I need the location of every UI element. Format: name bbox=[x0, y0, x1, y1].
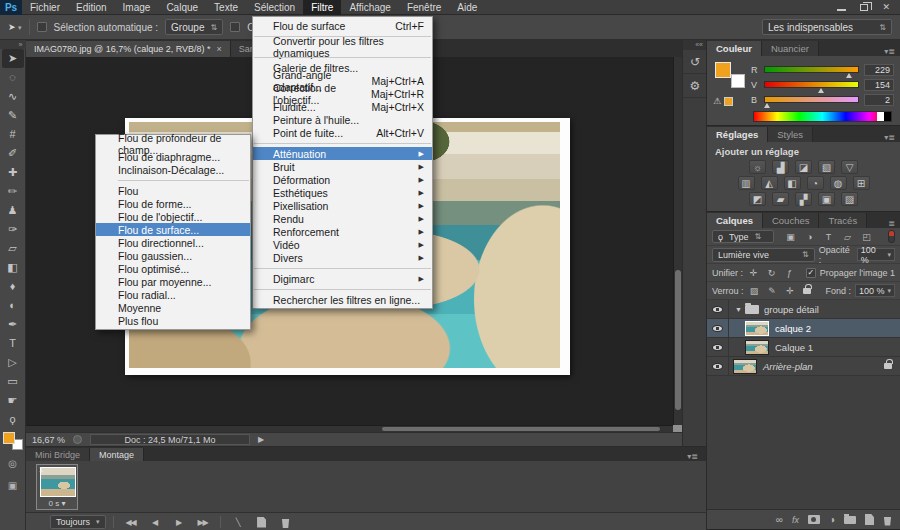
layer-visibility-toggle[interactable] bbox=[707, 319, 729, 337]
path-selection-tool[interactable]: ▷ bbox=[2, 353, 24, 372]
dock-tab[interactable]: Montage bbox=[90, 448, 144, 461]
pen-tool[interactable]: ✒ bbox=[2, 315, 24, 334]
restore-button[interactable] bbox=[860, 4, 868, 11]
menu-item[interactable]: Flou de surface Ctrl+F ▶ bbox=[253, 19, 432, 32]
add-mask-icon[interactable] bbox=[808, 515, 820, 524]
vertical-scrollbar-thumb[interactable] bbox=[675, 270, 681, 410]
menu-item[interactable]: Renforcement ▶ bbox=[253, 225, 432, 238]
menu-item[interactable]: Flou de surface... ▶ bbox=[96, 223, 250, 236]
adjustment-icon[interactable]: ▣ bbox=[818, 192, 835, 206]
lock-all-icon[interactable] bbox=[801, 286, 814, 296]
menu-root-item[interactable]: Calque bbox=[158, 0, 206, 15]
layer-visibility-toggle[interactable] bbox=[707, 357, 729, 375]
channel-slider[interactable] bbox=[764, 81, 859, 88]
background-color-swatch[interactable] bbox=[731, 74, 745, 88]
menu-item[interactable]: Digimarc ▶ bbox=[253, 272, 432, 285]
menu-item[interactable]: ▶ bbox=[96, 176, 250, 184]
next-frame-button[interactable]: ▶▶ bbox=[193, 515, 213, 530]
adjustment-icon[interactable]: ◭ bbox=[761, 176, 778, 190]
menu-item[interactable]: Rechercher les filtres en ligne... ▶ bbox=[253, 293, 432, 306]
zoom-level-field[interactable]: 16,67 % bbox=[32, 435, 65, 445]
delete-layer-icon[interactable] bbox=[883, 517, 892, 526]
layer-visibility-toggle[interactable] bbox=[707, 300, 729, 318]
menu-item[interactable]: Flou gaussien... ▶ bbox=[96, 249, 250, 262]
menu-item[interactable]: Flou directionnel... ▶ bbox=[96, 236, 250, 249]
foreground-color-swatch[interactable] bbox=[3, 432, 15, 444]
adjustment-icon[interactable]: ▟ bbox=[772, 160, 789, 174]
unify-position-icon[interactable]: ✛ bbox=[747, 268, 760, 278]
filter-shape-layers-icon[interactable]: ▱ bbox=[841, 232, 854, 242]
collapse-toolbar-button[interactable]: » bbox=[0, 40, 26, 49]
slider-thumb-icon[interactable] bbox=[846, 73, 852, 78]
channel-value-field[interactable]: 229 bbox=[864, 64, 894, 76]
menu-item[interactable]: Flou radial... ▶ bbox=[96, 288, 250, 301]
menu-item[interactable]: Flou ▶ bbox=[96, 184, 250, 197]
menu-item[interactable]: Plus flou ▶ bbox=[96, 314, 250, 327]
menu-item[interactable]: ▶ bbox=[253, 264, 432, 272]
dodge-tool[interactable]: ◐ bbox=[2, 296, 24, 315]
filter-type-layers-icon[interactable]: T bbox=[822, 232, 835, 242]
move-tool[interactable]: ➤ bbox=[2, 49, 24, 68]
crop-tool[interactable]: # bbox=[2, 125, 24, 144]
screen-mode-button[interactable]: ▣ bbox=[2, 476, 24, 494]
lock-transparency-icon[interactable]: ▨ bbox=[748, 286, 761, 296]
channel-value-field[interactable]: 2 bbox=[864, 94, 894, 106]
panel-tab[interactable]: Styles bbox=[768, 127, 813, 142]
menu-root-item[interactable]: Fenêtre bbox=[399, 0, 449, 15]
panel-menu-icon[interactable]: ▾≣ bbox=[884, 133, 900, 142]
panel-menu-icon[interactable]: ▾≣ bbox=[884, 47, 900, 56]
filter-pixel-layers-icon[interactable]: ▣ bbox=[784, 232, 797, 242]
menu-item[interactable]: Inclinaison-Décalage... ▶ bbox=[96, 163, 250, 176]
menu-item[interactable]: Vidéo ▶ bbox=[253, 238, 432, 251]
type-tool[interactable]: T bbox=[2, 334, 24, 353]
menu-root-item[interactable]: Image bbox=[115, 0, 159, 15]
layer-visibility-toggle[interactable] bbox=[707, 338, 729, 356]
eyedropper-tool[interactable]: ✐ bbox=[2, 144, 24, 163]
menu-item[interactable]: Flou par moyenne... ▶ bbox=[96, 275, 250, 288]
menu-item[interactable]: Correction de l'objectif... Maj+Ctrl+R ▶ bbox=[253, 87, 432, 100]
menu-item[interactable]: ▶ bbox=[253, 285, 432, 293]
vertical-scrollbar[interactable] bbox=[673, 57, 682, 425]
adjustment-icon[interactable]: ▰ bbox=[772, 192, 789, 206]
expand-arrow-icon[interactable]: ▼ bbox=[735, 306, 742, 313]
close-tab-icon[interactable]: × bbox=[217, 44, 222, 54]
menu-item[interactable]: Peinture à l'huile... ▶ bbox=[253, 113, 432, 126]
new-adjustment-layer-icon[interactable]: ◑ bbox=[829, 514, 835, 525]
previous-frame-button[interactable]: ◀ bbox=[145, 515, 165, 530]
layer-name[interactable]: Arrière-plan bbox=[763, 361, 813, 372]
status-menu-arrow-icon[interactable]: ▶ bbox=[258, 435, 264, 444]
delete-frame-button[interactable] bbox=[276, 515, 296, 530]
workspace-select[interactable]: Les indispensables⇅ bbox=[762, 19, 892, 35]
document-size-info[interactable]: Doc : 24,5 Mo/71,1 Mo bbox=[90, 434, 250, 445]
history-brush-tool[interactable]: ✑ bbox=[2, 220, 24, 239]
channel-value-field[interactable]: 154 bbox=[864, 79, 894, 91]
menu-root-item[interactable]: Aide bbox=[449, 0, 485, 15]
layer-name[interactable]: Calque 1 bbox=[775, 342, 813, 353]
layer-thumbnail[interactable] bbox=[745, 340, 769, 355]
panel-tab[interactable]: Couleur bbox=[707, 41, 762, 56]
group-select[interactable]: Groupe⇅ bbox=[165, 19, 223, 35]
auto-select-checkbox[interactable] bbox=[37, 22, 47, 32]
close-button[interactable]: ✕ bbox=[882, 3, 890, 12]
blend-mode-select[interactable]: Lumière vive⇅ bbox=[712, 248, 815, 262]
first-frame-button[interactable]: ◀◀ bbox=[121, 515, 141, 530]
adjustment-icon[interactable]: ◍ bbox=[830, 176, 847, 190]
panel-color-swatches[interactable] bbox=[715, 62, 745, 88]
menu-root-item[interactable]: Edition bbox=[68, 0, 115, 15]
panel-tab[interactable]: Tracés bbox=[819, 213, 867, 228]
dock-tab[interactable]: Mini Bridge bbox=[26, 448, 90, 461]
adjustment-icon[interactable]: ◩ bbox=[749, 192, 766, 206]
lock-pixels-icon[interactable]: ✎ bbox=[766, 286, 779, 296]
slider-thumb-icon[interactable] bbox=[764, 103, 770, 108]
marquee-tool[interactable]: ◌ bbox=[2, 68, 24, 87]
horizontal-scrollbar[interactable] bbox=[26, 425, 673, 432]
new-layer-icon[interactable] bbox=[865, 514, 874, 525]
new-frame-button[interactable] bbox=[252, 515, 272, 530]
menu-item[interactable]: Bruit ▶ bbox=[253, 160, 432, 173]
Arrière-plan[interactable]: ▼ Arrière-plan bbox=[707, 357, 900, 376]
panel-menu-icon[interactable]: ▾≣ bbox=[687, 452, 706, 461]
zoom-tool[interactable]: ϙ bbox=[2, 410, 24, 429]
layer-thumbnail[interactable] bbox=[733, 359, 757, 374]
menu-item[interactable]: Déformation ▶ bbox=[253, 173, 432, 186]
frame-duration[interactable]: 0 s ▾ bbox=[37, 499, 77, 508]
